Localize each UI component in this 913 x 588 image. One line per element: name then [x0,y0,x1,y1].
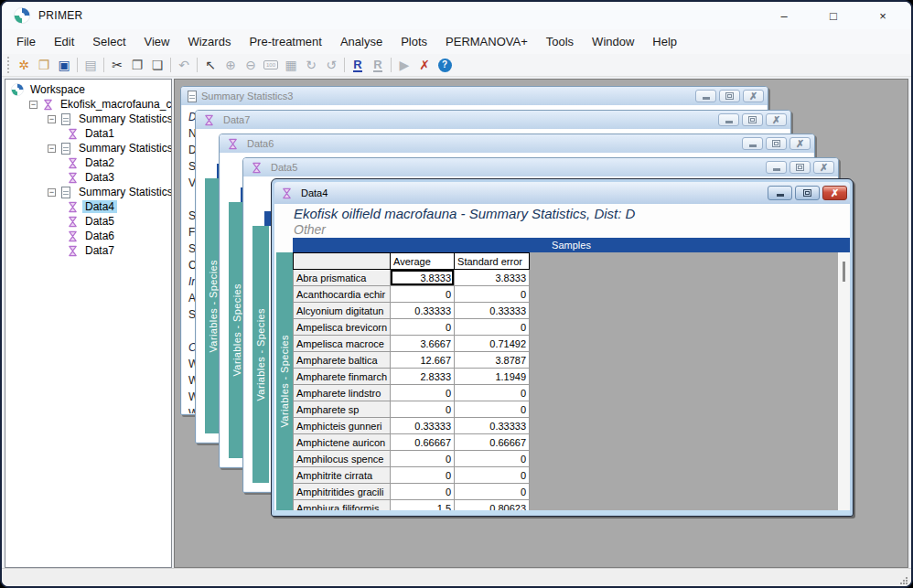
value-cell[interactable]: 0 [455,319,530,336]
tree-item-ekofisk-macrofauna-counts[interactable]: −Ekofisk_macrofauna_counts [5,97,171,112]
species-name-cell[interactable]: Amphilocus spence [294,451,391,467]
menu-plots[interactable]: Plots [392,31,436,52]
menu-file[interactable]: File [7,31,45,52]
play-icon[interactable]: ▶ [394,56,414,74]
data7-close-button[interactable]: ✗ [766,113,787,126]
summary-statistics3-minimize-button[interactable] [695,90,716,102]
species-name-cell[interactable]: Ampelisca brevicorn [294,319,391,336]
undo-icon[interactable]: ↶ [174,56,194,74]
close-button[interactable]: × [875,9,891,23]
data6-minimize-button[interactable] [742,137,763,150]
data4-maximize-button[interactable] [795,186,820,200]
menu-view[interactable]: View [135,31,179,52]
data4-title-bar[interactable]: Data4 ✗ [274,182,850,204]
data5-minimize-button[interactable] [766,161,787,174]
value-cell[interactable]: 0.33333 [455,418,530,434]
rotate-icon[interactable]: ↺ [321,56,341,74]
toolbar-grip[interactable] [7,57,11,73]
zoom-100-icon[interactable]: 100 [261,56,281,74]
open-workspace-icon[interactable]: ❐ [34,56,54,74]
species-name-cell[interactable]: Alcyonium digitatun [294,303,391,319]
value-cell[interactable]: 0.71492 [455,336,530,352]
value-cell[interactable]: 3.8333 [391,270,455,286]
menu-wizards[interactable]: Wizards [178,31,240,52]
menu-analyse[interactable]: Analyse [331,31,392,52]
tree-item-workspace[interactable]: Workspace [5,82,171,97]
tree-item-data5[interactable]: Data5 [5,214,171,229]
value-cell[interactable]: 0.80623 [455,500,530,511]
value-cell[interactable]: 0 [391,467,455,484]
value-cell[interactable]: 12.667 [391,352,455,369]
vertical-scrollbar[interactable] [838,252,850,510]
stop-icon[interactable]: ✗ [414,56,435,74]
new-workspace-icon[interactable]: ✲ [14,56,34,74]
zoom-in-icon[interactable]: ⊕ [220,56,241,74]
tree-item-data7[interactable]: Data7 [5,243,171,258]
species-name-cell[interactable]: Ampelisca macroce [294,336,391,352]
menu-help[interactable]: Help [643,31,686,52]
menu-select[interactable]: Select [83,31,134,52]
data6-maximize-button[interactable] [766,137,787,150]
collapse-expander-icon[interactable]: − [48,188,56,197]
value-cell[interactable]: 2.8333 [391,369,455,385]
summary-statistics3-maximize-button[interactable] [719,90,740,102]
data-grid-icon[interactable]: ▦ [281,56,301,74]
value-cell[interactable]: 0.33333 [455,303,530,319]
value-cell[interactable]: 3.6667 [391,336,455,352]
column-header-standard-error[interactable]: Standard error [455,253,530,270]
horizontal-scrollbar[interactable] [274,510,850,515]
value-cell[interactable]: 1.5 [391,500,455,511]
value-cell[interactable]: 0 [391,484,455,500]
data5-title-bar[interactable]: Data5 ✗ [243,158,838,176]
tree-item-data4[interactable]: Data4 [5,199,171,214]
species-name-cell[interactable]: Ampharete lindstro [294,385,391,401]
summary-statistics3-title-bar[interactable]: Summary Statistics3 ✗ [181,87,768,105]
value-cell[interactable]: 0 [455,451,530,467]
data7-title-bar[interactable]: Data7 ✗ [196,111,790,129]
paste-icon[interactable]: ❏ [147,56,167,74]
species-name-cell[interactable]: Ampharete sp [294,401,391,418]
species-name-cell[interactable]: Amphitrite cirrata [294,467,391,484]
tree-item-summary-statistics2[interactable]: −Summary Statistics2 [5,141,171,155]
tree-item-data6[interactable]: Data6 [5,229,171,243]
menu-pre-treatment[interactable]: Pre-treatment [240,31,330,52]
value-cell[interactable]: 0.66667 [455,434,530,451]
resize-grip[interactable] [899,576,908,585]
pointer-icon[interactable]: ↖ [200,56,220,74]
tree-item-summary-statistics1[interactable]: −Summary Statistics1 [5,112,171,126]
data4-minimize-button[interactable] [768,186,792,200]
value-cell[interactable]: 3.8333 [455,270,530,286]
r-chart-icon[interactable]: R [368,56,388,74]
data5-maximize-button[interactable] [789,161,811,174]
data5-close-button[interactable]: ✗ [813,161,834,174]
maximize-button[interactable]: □ [825,9,842,23]
value-cell[interactable]: 0.33333 [391,303,455,319]
zoom-out-icon[interactable]: ⊖ [241,56,261,74]
run-r-icon[interactable]: R [348,56,368,74]
value-cell[interactable]: 0 [455,467,530,484]
value-cell[interactable]: 0 [391,401,455,418]
refresh-icon[interactable]: ↻ [301,56,321,74]
tree-item-data3[interactable]: Data3 [5,170,171,185]
value-cell[interactable]: 3.8787 [455,352,530,369]
collapse-expander-icon[interactable]: − [48,115,56,123]
collapse-expander-icon[interactable]: − [48,144,56,153]
cut-icon[interactable]: ✂ [107,56,127,74]
data6-close-button[interactable]: ✗ [789,137,811,150]
value-cell[interactable]: 1.1949 [455,369,530,385]
value-cell[interactable]: 0 [455,385,530,401]
species-name-cell[interactable]: Amphiura filiformis [294,500,391,511]
data7-maximize-button[interactable] [742,113,763,126]
window-data4[interactable]: Data4 ✗ Ekofisk oilfield macrofauna - Su… [271,178,854,517]
copy-icon[interactable]: ❐ [127,56,147,74]
help-icon[interactable]: ? [435,56,455,74]
tree-item-data2[interactable]: Data2 [5,155,171,170]
species-name-cell[interactable]: Abra prismatica [294,270,391,286]
save-icon[interactable]: ▣ [54,56,74,74]
value-cell[interactable]: 0 [391,451,455,467]
scrollbar-thumb[interactable] [843,262,845,282]
minimize-button[interactable]: – [776,9,792,23]
collapse-expander-icon[interactable]: − [29,101,38,109]
title-bar[interactable]: PRIMER – □ × [2,2,911,29]
menu-edit[interactable]: Edit [45,31,83,52]
